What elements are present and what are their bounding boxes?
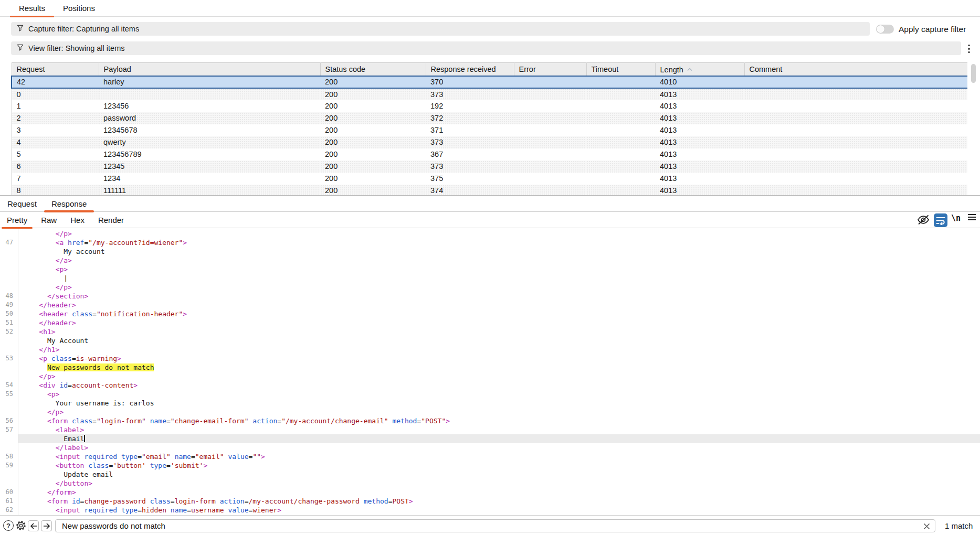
line-number: 61: [0, 497, 18, 506]
table-cell: harley: [99, 76, 320, 88]
table-cell: [514, 173, 586, 185]
table-cell: 4013: [655, 136, 744, 148]
toggle-knob: [877, 25, 884, 33]
table-options-menu-icon[interactable]: [965, 42, 973, 55]
table-cell: password: [99, 112, 320, 124]
search-match-count: 1 match: [945, 521, 973, 530]
column-header-request[interactable]: Request: [12, 63, 99, 76]
line-number: [0, 256, 18, 265]
code-line: Email: [0, 434, 980, 443]
intruder-attack-window: ResultsPositions Capture filter: Capturi…: [0, 0, 980, 535]
table-cell: 372: [426, 112, 514, 124]
search-input[interactable]: [55, 519, 935, 532]
line-number: 49: [0, 301, 18, 309]
code-line: New passwords do not match: [0, 363, 980, 372]
view-filter-bar[interactable]: View filter: Showing all items: [11, 41, 961, 55]
table-row[interactable]: 6123452003734013: [12, 160, 967, 173]
hide-non-matching-eye-icon[interactable]: [916, 213, 930, 226]
code-line: </p>: [0, 372, 980, 381]
code-line: 55 <p>: [0, 390, 980, 399]
table-cell: qwerty: [99, 136, 320, 148]
tab-mode-pretty[interactable]: Pretty: [2, 212, 33, 228]
table-cell: [744, 76, 967, 88]
editor-toolbar: \n: [913, 212, 980, 228]
search-previous-button[interactable]: [28, 520, 39, 531]
column-header-response-received[interactable]: Response received: [426, 63, 514, 76]
capture-filter-bar[interactable]: Capture filter: Capturing all items: [11, 22, 870, 36]
table-cell: 200: [320, 100, 426, 112]
tab-positions[interactable]: Positions: [54, 0, 104, 17]
table-cell: [744, 88, 967, 100]
code-line: 50 <header class="notification-header">: [0, 309, 980, 318]
response-editor[interactable]: </p>47 <a href="/my-account?id=wiener"> …: [0, 229, 980, 515]
column-header-status-code[interactable]: Status code: [320, 63, 426, 76]
capture-filter-label: Capture filter: Capturing all items: [28, 25, 139, 33]
line-number: 62: [0, 506, 18, 515]
table-cell: [586, 173, 655, 185]
table-row[interactable]: 4qwerty2003734013: [12, 136, 967, 148]
code-line: </a>: [0, 256, 980, 265]
table-cell: 371: [426, 124, 514, 136]
table-cell: [514, 124, 586, 136]
line-number: [0, 265, 18, 274]
tab-results[interactable]: Results: [10, 0, 54, 17]
table-row[interactable]: 81111112003744013: [12, 185, 967, 196]
code-line: </button>: [0, 479, 980, 488]
tab-mode-hex[interactable]: Hex: [65, 212, 90, 228]
soft-wrap-icon[interactable]: [934, 213, 947, 227]
apply-capture-filter-label: Apply capture filter: [899, 25, 966, 34]
code-line: </h1>: [0, 345, 980, 354]
line-number: [0, 443, 18, 452]
table-cell: [514, 160, 586, 173]
table-cell: [744, 148, 967, 160]
text-cursor: [84, 435, 85, 442]
table-cell: 123456789: [99, 148, 320, 160]
tab-message-request[interactable]: Request: [0, 196, 44, 212]
line-number: [0, 345, 18, 354]
column-header-timeout[interactable]: Timeout: [586, 63, 655, 76]
search-clear-icon[interactable]: [921, 521, 932, 531]
table-cell: 200: [320, 124, 426, 136]
tab-mode-render[interactable]: Render: [93, 212, 129, 228]
tab-mode-raw[interactable]: Raw: [36, 212, 62, 228]
apply-capture-filter-toggle[interactable]: [876, 25, 894, 34]
column-header-error[interactable]: Error: [514, 63, 586, 76]
table-cell: [514, 112, 586, 124]
table-cell: [586, 112, 655, 124]
tab-message-response[interactable]: Response: [44, 196, 94, 212]
table-row[interactable]: 11234562001924013: [12, 100, 967, 112]
view-filter-label: View filter: Showing all items: [28, 44, 124, 52]
search-settings-gear-icon[interactable]: [15, 520, 27, 531]
editor-menu-icon[interactable]: [967, 213, 976, 221]
table-cell: [586, 100, 655, 112]
table-cell: 123456: [99, 100, 320, 112]
table-row[interactable]: 2password2003724013: [12, 112, 967, 124]
table-cell: 4013: [655, 173, 744, 185]
table-row[interactable]: 02003734013: [12, 88, 967, 100]
table-cell: 8: [12, 185, 99, 196]
table-cell: [744, 100, 967, 112]
table-cell: 4013: [655, 185, 744, 196]
panel-divider: [0, 195, 980, 196]
table-row[interactable]: 3123456782003714013: [12, 124, 967, 136]
funnel-icon: [17, 25, 24, 33]
column-header-payload[interactable]: Payload: [99, 63, 320, 76]
search-help-icon[interactable]: ?: [3, 520, 14, 531]
table-cell: 4013: [655, 148, 744, 160]
code-line: 47 <a href="/my-account?id=wiener">: [0, 238, 980, 247]
show-newlines-icon[interactable]: \n: [951, 213, 961, 223]
table-row[interactable]: 51234567892003674013: [12, 148, 967, 160]
column-header-length[interactable]: Length: [655, 63, 744, 76]
table-cell: 2: [12, 112, 99, 124]
table-row[interactable]: 42harley2003704010: [12, 76, 967, 88]
code-line: 61 <form id=change-password class=login-…: [0, 497, 980, 506]
table-row[interactable]: 712342003754013: [12, 173, 967, 185]
table-cell: 373: [426, 88, 514, 100]
column-header-comment[interactable]: Comment: [744, 63, 967, 76]
line-number: 55: [0, 390, 18, 399]
table-cell: [744, 136, 967, 148]
search-next-button[interactable]: [41, 520, 52, 531]
table-scrollbar-thumb[interactable]: [971, 64, 976, 83]
table-cell: 200: [320, 173, 426, 185]
table-scrollbar[interactable]: [971, 63, 977, 195]
